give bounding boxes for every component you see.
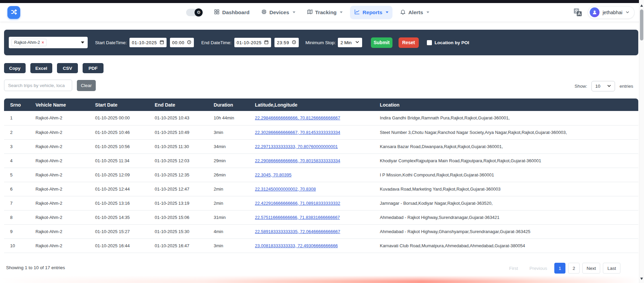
cell-vehicle-name: Rajkot-Ahm-2 — [29, 168, 89, 182]
chip-icon — [261, 9, 267, 16]
table-body: 1Rajkot-Ahm-201-10-2025 00:0001-10-2025 … — [4, 111, 638, 253]
translate-icon[interactable] — [573, 8, 582, 17]
clock-icon — [187, 40, 192, 46]
brand-logo[interactable] — [7, 6, 20, 19]
user-menu[interactable]: jethabhai — [588, 6, 635, 19]
start-time-value: 00:00 — [172, 40, 185, 45]
cell-location: Karnavati Club Road,Mumatpura,Ahmedabad,… — [374, 238, 638, 253]
cell-duration: 34min — [208, 139, 249, 153]
cell-end-date: 01-10-2025 10:49 — [149, 125, 208, 139]
table-row: 10Rajkot-Ahm-201-10-2025 16:4401-10-2025… — [4, 238, 638, 253]
nav-label: Dashboard — [222, 9, 250, 16]
latlong-link[interactable]: 22.312450000000002, 70.8308 — [255, 187, 316, 192]
end-time-input[interactable]: 23:59 — [274, 38, 299, 47]
latlong-link[interactable]: 23.00818333333333, 72.49306666666666 — [255, 243, 338, 248]
copy-button[interactable]: Copy — [4, 63, 26, 73]
location-by-poi-label: Location by POI — [435, 40, 469, 45]
latlong-link[interactable]: 22.298466666666666, 70.81266666666667 — [255, 115, 340, 120]
vertical-scrollbar[interactable] — [639, 0, 644, 283]
cell-location: Ahmedabad - Rajkot Highway,Ghanshyampar,… — [374, 224, 638, 238]
page-first-button[interactable]: First — [505, 263, 522, 274]
entries-label: entries — [619, 84, 633, 89]
end-date-input[interactable]: 01-10-2025 — [234, 38, 271, 47]
cell-latlong: 23.00818333333333, 72.49306666666666 — [249, 238, 374, 253]
table-row: 8Rajkot-Ahm-201-10-2025 14:3501-10-2025 … — [4, 210, 638, 224]
start-date-input[interactable]: 01-10-2025 — [129, 38, 167, 47]
scroll-up-arrow-icon[interactable] — [640, 4, 643, 7]
col-header-enddate[interactable]: End Date — [149, 98, 208, 111]
page-size-value: 10 — [595, 84, 600, 89]
clear-button[interactable]: Clear — [77, 80, 96, 91]
page-next-button[interactable]: Next — [582, 263, 601, 274]
latlong-link[interactable]: 22.575116666666666, 71.83831666666667 — [255, 215, 340, 220]
search-row: Clear — [4, 80, 96, 91]
page-2-button[interactable]: 2 — [568, 263, 580, 274]
col-header-vehicle[interactable]: Vehicle Name — [29, 98, 89, 111]
page-previous-button[interactable]: Previous — [525, 263, 552, 274]
cell-duration: 2min — [208, 196, 249, 210]
cell-srno: 7 — [4, 196, 29, 210]
vehicle-tag-label: Rajkot-Ahm-2 — [14, 40, 40, 45]
cell-srno: 1 — [4, 111, 29, 125]
col-header-location[interactable]: Location — [374, 98, 638, 111]
cell-start-date: 01-10-2025 12:09 — [89, 168, 149, 182]
page-size-control: Show: 10 entries — [575, 81, 633, 91]
gear-icon: ⚙ — [195, 8, 203, 17]
latlong-link[interactable]: 22.302866666666667, 70.81453333333334 — [255, 130, 340, 135]
table-row: 3Rajkot-Ahm-201-10-2025 10:5601-10-2025 … — [4, 139, 638, 153]
select-caret-icon — [607, 84, 611, 89]
line-chart-icon — [354, 9, 360, 16]
latlong-link[interactable]: 22.290866666666666, 70.80158333333334 — [255, 158, 340, 163]
pdf-button[interactable]: PDF — [83, 63, 104, 73]
nav-item-devices[interactable]: Devices — [257, 6, 299, 19]
grid-icon — [214, 9, 220, 16]
cell-end-date: 01-10-2025 15:06 — [149, 210, 208, 224]
min-stop-select[interactable]: 2 Min — [338, 38, 362, 47]
cell-latlong: 22.302866666666667, 70.81453333333334 — [249, 125, 374, 139]
cell-latlong: 22.575116666666666, 71.83831666666667 — [249, 210, 374, 224]
nav-label: Devices — [269, 9, 289, 16]
remove-tag-icon[interactable]: × — [41, 40, 44, 45]
submit-button[interactable]: Submit — [371, 37, 392, 48]
table-row: 9Rajkot-Ahm-201-10-2025 15:2701-10-2025 … — [4, 224, 638, 238]
page-1-button[interactable]: 1 — [554, 263, 566, 274]
vehicle-select[interactable]: Rajkot-Ahm-2 × — [9, 37, 88, 48]
excel-button[interactable]: Excel — [30, 63, 52, 73]
nav-item-tracking[interactable]: Tracking — [303, 6, 347, 19]
latlong-link[interactable]: 22.422916666666666, 71.08918333333332 — [255, 201, 340, 206]
location-by-poi-checkbox[interactable] — [427, 40, 432, 45]
min-stop-value: 2 Min — [341, 40, 352, 45]
latlong-link[interactable]: 22.589183333333335, 72.06466666666667 — [255, 229, 340, 234]
nav-item-reports[interactable]: Reports — [350, 6, 392, 19]
latlong-link[interactable]: 22.3045, 70.80395 — [255, 172, 291, 177]
table-row: 7Rajkot-Ahm-201-10-2025 13:1601-10-2025 … — [4, 196, 638, 210]
nav-item-dashboard[interactable]: Dashboard — [210, 6, 254, 19]
col-header-duration[interactable]: Duration — [208, 98, 249, 111]
calendar-icon — [264, 40, 269, 46]
chevron-down-icon — [625, 9, 630, 16]
scrollbar-thumb[interactable] — [640, 9, 643, 40]
cell-latlong: 22.3045, 70.80395 — [249, 168, 374, 182]
latlong-link[interactable]: 22.29713333333333, 70.80760000000001 — [255, 144, 338, 149]
reset-button[interactable]: Reset — [399, 37, 419, 48]
shuffle-icon — [10, 8, 18, 17]
theme-toggle[interactable]: ⚙ — [186, 9, 202, 16]
cell-end-date: 01-10-2025 11:30 — [149, 139, 208, 153]
col-header-startdate[interactable]: Start Date — [89, 98, 149, 111]
col-header-latlong[interactable]: Latitude,Longitude — [249, 98, 374, 111]
start-time-input[interactable]: 00:00 — [170, 38, 194, 47]
start-date-value: 01-10-2025 — [132, 40, 157, 45]
nav-menu: ⚙ Dashboard Devices — [186, 3, 433, 22]
page-size-select[interactable]: 10 — [591, 81, 615, 91]
cell-location: Indira Gandhi Bridge,Ramnath Pura,Rajkot… — [374, 111, 638, 125]
col-header-srno[interactable]: Srno — [4, 98, 29, 111]
nav-item-alerts[interactable]: Alerts — [396, 6, 433, 19]
scroll-down-arrow-icon[interactable] — [640, 278, 643, 280]
cell-location: Steet Number 3,Chotu Nagar,Ranchod Nagar… — [374, 125, 638, 139]
cell-vehicle-name: Rajkot-Ahm-2 — [29, 153, 89, 168]
search-input[interactable] — [4, 80, 72, 91]
csv-button[interactable]: CSV — [57, 63, 78, 73]
window-top-strip — [0, 0, 644, 3]
page-last-button[interactable]: Last — [603, 263, 620, 274]
cell-end-date: 01-10-2025 12:47 — [149, 182, 208, 196]
